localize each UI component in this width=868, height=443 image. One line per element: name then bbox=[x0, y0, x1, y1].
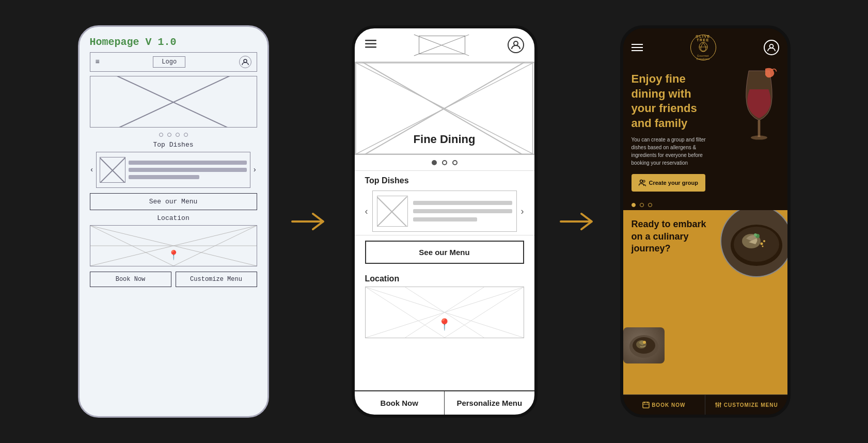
wf-dish-card bbox=[372, 191, 517, 232]
map-pin-icon: 📍 bbox=[168, 249, 179, 261]
customize-menu-button[interactable]: Customize Menu bbox=[176, 272, 257, 287]
sketch-card-text bbox=[129, 161, 247, 179]
svg-point-35 bbox=[754, 233, 757, 236]
card-line-3 bbox=[129, 175, 200, 179]
location-label: Location bbox=[85, 213, 262, 223]
wf-top-dishes-section: Top Dishes ‹ › bbox=[355, 171, 534, 235]
wf-dot-2[interactable] bbox=[442, 160, 447, 165]
sketch-header: ≡ Logo bbox=[90, 52, 257, 72]
sketch-card-row: ‹ › bbox=[90, 152, 257, 188]
svg-point-36 bbox=[760, 243, 763, 245]
dot-3[interactable] bbox=[176, 133, 180, 137]
sketch-hero-image bbox=[90, 76, 257, 128]
final-customize-label: CUSTOMIZE MENU bbox=[724, 402, 778, 408]
final-culinary-section: Ready to embark on a culinary journey? bbox=[623, 210, 787, 394]
svg-point-0 bbox=[244, 59, 247, 62]
final-bottom-bar: BOOK NOW CUSTOMIZE MENU bbox=[623, 394, 787, 415]
book-now-button[interactable]: Book Now bbox=[90, 272, 171, 287]
small-plate-image bbox=[623, 327, 665, 363]
wf-prev-arrow-icon[interactable]: ‹ bbox=[365, 206, 368, 217]
wf-book-now-button[interactable]: Book Now bbox=[355, 391, 445, 415]
svg-point-38 bbox=[762, 246, 763, 247]
dot-4[interactable] bbox=[184, 133, 188, 137]
arrow-1 bbox=[290, 209, 331, 234]
svg-rect-24 bbox=[757, 120, 760, 137]
create-group-label: Create your group bbox=[649, 180, 698, 186]
logo-box: Logo bbox=[153, 56, 185, 68]
wf-map-pin-icon: 📍 bbox=[437, 318, 451, 331]
sketch-card bbox=[96, 152, 250, 188]
svg-point-37 bbox=[763, 240, 765, 242]
wf-header bbox=[355, 28, 534, 62]
wf-location-section: Location 📍 bbox=[355, 269, 534, 338]
wf-hero-text: Fine Dining bbox=[355, 133, 534, 146]
final-dot-3[interactable] bbox=[648, 203, 652, 207]
wf-location-label: Location bbox=[365, 274, 524, 283]
svg-line-15 bbox=[366, 287, 445, 338]
final-hamburger-icon[interactable] bbox=[632, 44, 643, 51]
see-menu-button[interactable]: See our Menu bbox=[90, 193, 257, 210]
wf-line-1 bbox=[413, 201, 512, 205]
main-stage: Homepage V 1.0 ≡ Logo bbox=[0, 0, 868, 443]
prev-arrow-icon[interactable]: ‹ bbox=[90, 166, 94, 174]
phone-final: OLIVE TREE Gourmet Creations Enjoy fi bbox=[620, 25, 791, 418]
next-arrow-icon[interactable]: › bbox=[252, 166, 257, 174]
arrow-2 bbox=[558, 209, 599, 234]
card-line-2 bbox=[129, 168, 247, 172]
final-hero-desc: You can create a group and filter dishes… bbox=[632, 136, 713, 167]
wf-personalize-menu-button[interactable]: Personalize Menu bbox=[445, 391, 534, 415]
svg-point-23 bbox=[643, 180, 645, 182]
phone-wireframe: Fine Dining Top Dishes ‹ › bbox=[352, 25, 538, 418]
svg-rect-6 bbox=[365, 40, 376, 41]
wf-line-2 bbox=[413, 209, 512, 213]
profile-icon bbox=[239, 56, 251, 68]
final-hero-title: Enjoy fine dining with your friends and … bbox=[632, 72, 713, 131]
svg-point-9 bbox=[514, 41, 518, 45]
wf-map: 📍 bbox=[365, 287, 524, 338]
final-hero-section: Enjoy fine dining with your friends and … bbox=[623, 67, 787, 200]
wf-logo-placeholder bbox=[419, 36, 465, 54]
phone-sketch: Homepage V 1.0 ≡ Logo bbox=[78, 25, 269, 418]
final-customize-menu-button[interactable]: CUSTOMIZE MENU bbox=[705, 395, 787, 415]
final-culinary-title: Ready to embark on a culinary journey? bbox=[632, 218, 713, 255]
wf-dot-3[interactable] bbox=[452, 160, 457, 165]
top-dishes-label: Top Dishes bbox=[85, 140, 262, 150]
logo-line1: OLIVE TREE bbox=[691, 35, 716, 42]
dot-2[interactable] bbox=[167, 133, 171, 137]
final-dot-1[interactable] bbox=[632, 203, 636, 207]
wf-card-text bbox=[413, 201, 512, 222]
sketch-content: Homepage V 1.0 ≡ Logo bbox=[85, 32, 262, 411]
svg-rect-39 bbox=[643, 402, 649, 408]
create-group-button[interactable]: Create your group bbox=[632, 174, 705, 192]
wf-card-row: ‹ › bbox=[365, 191, 524, 232]
svg-point-29 bbox=[643, 341, 646, 344]
final-carousel-dots bbox=[623, 200, 787, 210]
final-dish-circle-image bbox=[720, 210, 787, 277]
sketch-card-image bbox=[100, 157, 125, 183]
svg-point-22 bbox=[640, 180, 642, 183]
svg-point-21 bbox=[769, 44, 773, 48]
final-logo: OLIVE TREE Gourmet Creations bbox=[690, 35, 716, 60]
svg-line-16 bbox=[445, 287, 524, 338]
sketch-bottom-buttons: Book Now Customize Menu bbox=[90, 272, 257, 287]
sketch-map: 📍 bbox=[90, 225, 257, 266]
wine-glass-image bbox=[731, 61, 787, 154]
wf-bottom-bar: Book Now Personalize Menu bbox=[355, 390, 534, 415]
final-book-now-button[interactable]: BOOK NOW bbox=[623, 395, 706, 415]
wf-dot-1[interactable] bbox=[432, 160, 437, 165]
final-book-now-label: BOOK NOW bbox=[652, 402, 685, 408]
wf-profile-icon[interactable] bbox=[508, 37, 524, 53]
hamburger-icon[interactable]: ≡ bbox=[96, 58, 100, 66]
svg-point-25 bbox=[751, 136, 767, 140]
final-dot-2[interactable] bbox=[640, 203, 644, 207]
dot-1[interactable] bbox=[159, 133, 163, 137]
wf-hamburger-icon[interactable] bbox=[365, 40, 376, 51]
wf-see-menu-button[interactable]: See our Menu bbox=[365, 241, 524, 264]
final-profile-icon[interactable] bbox=[764, 40, 779, 55]
svg-rect-8 bbox=[365, 46, 376, 48]
wf-line-3 bbox=[413, 217, 478, 222]
logo-line2: Gourmet Creations bbox=[691, 54, 716, 60]
svg-rect-7 bbox=[365, 43, 376, 44]
wf-next-arrow-icon[interactable]: › bbox=[521, 206, 524, 217]
wf-card-image bbox=[377, 196, 408, 227]
